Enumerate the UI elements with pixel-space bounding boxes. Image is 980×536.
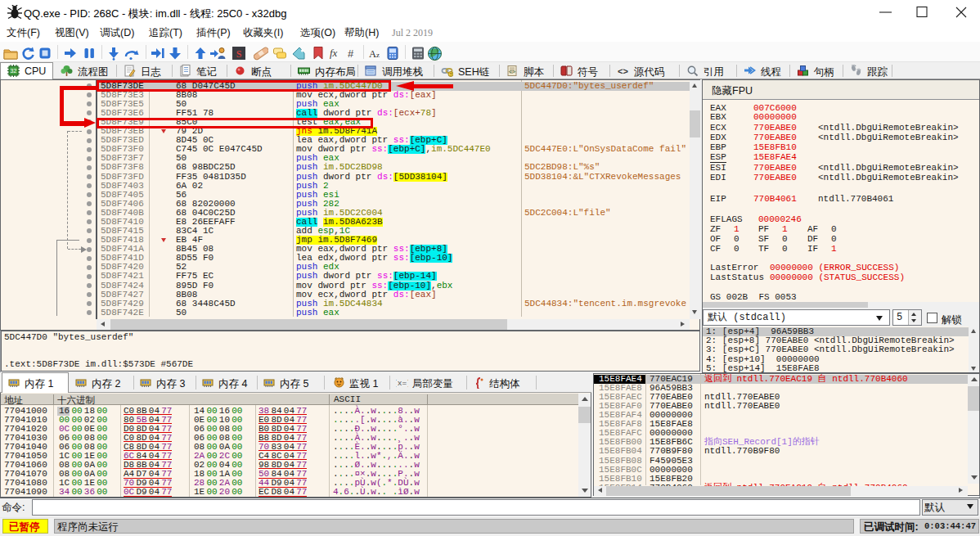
svg-text:<>: <> [509,69,515,75]
svg-text:?: ? [449,72,452,77]
svg-text:<>: <> [618,66,628,76]
svg-text:A: A [369,48,376,60]
svg-text:S: S [236,48,242,60]
svg-text:#: # [348,47,354,60]
svg-text:z: z [376,51,380,59]
svg-text:[x=]: [x=] [396,379,408,388]
svg-text:32: 32 [11,68,17,74]
svg-text:fx: fx [330,47,338,59]
